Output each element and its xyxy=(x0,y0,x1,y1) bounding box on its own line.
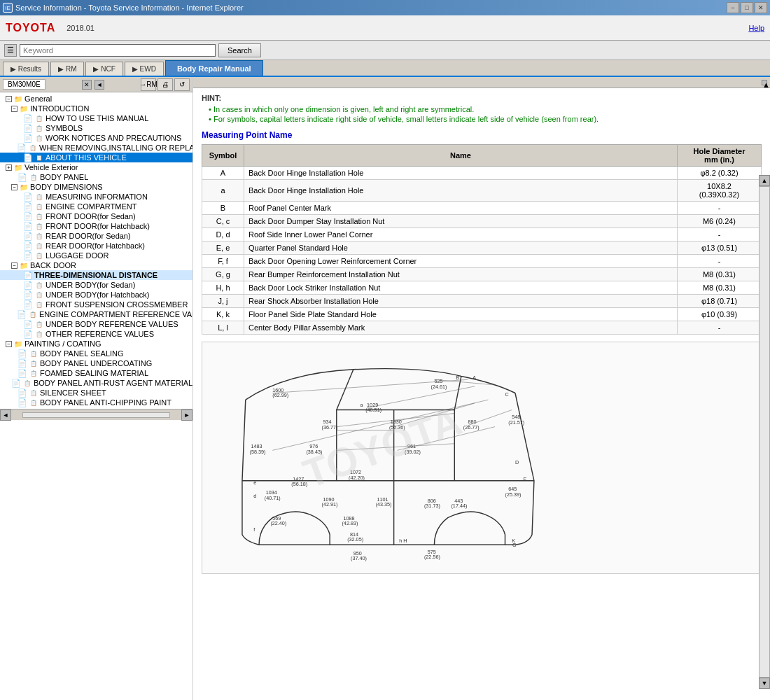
tree-label-how-to-use: HOW TO USE THIS MANUAL xyxy=(46,114,148,122)
app-version: 2018.01 xyxy=(66,24,94,32)
tree-item-luggage-door[interactable]: 📄 📋 LUGGAGE DOOR xyxy=(0,251,192,260)
expand-introduction[interactable]: − xyxy=(11,106,18,112)
tab-rm-label: ▶ RM xyxy=(58,65,76,73)
rm-nav-button[interactable]: →RM xyxy=(141,78,156,91)
tab-body-repair-label: Body Repair Manual xyxy=(177,64,251,73)
expand-body-dimensions[interactable]: − xyxy=(11,184,18,190)
scroll-up-button[interactable]: ▲ xyxy=(759,175,770,186)
tree-item-under-body-hatchback[interactable]: 📄 📋 UNDER BODY(for Hatchback) xyxy=(0,290,192,300)
scroll-left-button[interactable]: ◄ xyxy=(0,410,11,421)
tree-item-rear-door-sedan[interactable]: 📄 📋 REAR DOOR(for Sedan) xyxy=(0,231,192,241)
tree-item-about-vehicle[interactable]: 📄 📋 ABOUT THIS VEHICLE xyxy=(0,153,192,162)
tree-item-body-panel-undercoating[interactable]: 📄 📋 BODY PANEL UNDERCOATING xyxy=(0,358,192,368)
search-input[interactable] xyxy=(20,44,216,57)
point-a-label: A xyxy=(472,374,476,381)
tree-item-under-body-sedan[interactable]: 📄 📋 UNDER BODY(for Sedan) xyxy=(0,280,192,290)
tab-ncf[interactable]: ▶ NCF xyxy=(85,62,122,76)
expand-back-door[interactable]: − xyxy=(11,262,18,269)
tree-item-how-to-use[interactable]: 📄 📋 HOW TO USE THIS MANUAL xyxy=(0,113,192,123)
print-button[interactable]: 🖨 xyxy=(158,78,173,91)
tree-item-three-dimensional[interactable]: 📄 THREE-DIMENSIONAL DISTANCE xyxy=(0,270,192,280)
expand-painting[interactable]: − xyxy=(6,341,12,347)
tree-item-engine-compartment-ref[interactable]: 📄 📋 ENGINE COMPARTMENT REFERENCE VALUES xyxy=(0,309,192,319)
doc-icon-measuring-info: 📄 xyxy=(23,192,33,201)
cell-symbol: A xyxy=(202,167,244,180)
help-link[interactable]: Help xyxy=(748,24,764,32)
sidebar-tab[interactable]: BM30M0E xyxy=(3,79,46,90)
tree-label-painting: PAINTING / COATING xyxy=(24,340,102,348)
doc-icon2-under-body-ref: 📋 xyxy=(34,320,44,328)
tree-item-body-dimensions[interactable]: − 📁 BODY DIMENSIONS xyxy=(0,182,192,192)
tree-item-back-door[interactable]: − 📁 BACK DOOR xyxy=(0,260,192,270)
tree-item-front-suspension[interactable]: 📄 📋 FRONT SUSPENSION CROSSMEMBER xyxy=(0,300,192,309)
tab-body-repair[interactable]: Body Repair Manual xyxy=(165,60,263,76)
cell-hole: 10X8.2(0.39X0.32) xyxy=(678,180,762,202)
nav-back-button[interactable]: ◄ xyxy=(94,80,104,90)
tree-item-body-panel[interactable]: 📄 📋 BODY PANEL xyxy=(0,172,192,182)
tab-results[interactable]: ▶ Results xyxy=(3,62,49,76)
tree-item-rear-door-hatchback[interactable]: 📄 📋 REAR DOOR(for Hatchback) xyxy=(0,241,192,251)
tree-item-measuring-info[interactable]: 📄 📋 MEASURING INFORMATION xyxy=(0,192,192,202)
tab-ewd[interactable]: ▶ EWD xyxy=(125,62,164,76)
search-button[interactable]: Search xyxy=(218,43,261,57)
tree-item-foamed-sealing[interactable]: 📄 📋 FOAMED SEALING MATERIAL xyxy=(0,368,192,378)
scroll-track-vertical[interactable] xyxy=(759,186,770,678)
maximize-button[interactable]: □ xyxy=(741,2,753,13)
tree-item-work-notices[interactable]: 📄 📋 WORK NOTICES AND PRECAUTIONS xyxy=(0,133,192,143)
doc-icon2-under-body-sedan: 📋 xyxy=(34,281,44,289)
tree-item-under-body-ref[interactable]: 📄 📋 UNDER BODY REFERENCE VALUES xyxy=(0,319,192,329)
tab-rm[interactable]: ▶ RM xyxy=(50,62,84,76)
tree-label-engine-compartment-ref: ENGINE COMPARTMENT REFERENCE VALUES xyxy=(39,310,193,318)
folder-icon-vehicle-exterior: 📁 xyxy=(13,163,23,172)
doc-icon-how-to-use: 📄 xyxy=(23,114,33,122)
tree-item-anti-chipping[interactable]: 📄 📋 BODY PANEL ANTI-CHIPPING PAINT xyxy=(0,398,192,407)
cell-name: Back Door Hinge Installation Hole xyxy=(244,167,678,180)
meas-1034-in: (40.71) xyxy=(265,495,281,501)
refresh-button[interactable]: ↺ xyxy=(174,78,190,91)
tree-item-painting[interactable]: − 📁 PAINTING / COATING xyxy=(0,339,192,349)
cell-hole: φ18 (0.71) xyxy=(678,295,762,308)
tree-item-body-panel-sealing[interactable]: 📄 📋 BODY PANEL SEALING xyxy=(0,349,192,358)
tree-label-anti-rust: BODY PANEL ANTI-RUST AGENT MATERIAL xyxy=(34,379,192,387)
tree-item-when-removing[interactable]: 📄 📋 WHEN REMOVING,INSTALLING OR REPLACIN… xyxy=(0,143,192,153)
tree-item-engine-compartment[interactable]: 📄 📋 ENGINE COMPARTMENT xyxy=(0,202,192,211)
close-button[interactable]: ✕ xyxy=(755,2,767,13)
cell-symbol: a xyxy=(202,180,244,202)
tree-item-vehicle-exterior[interactable]: + 📁 Vehicle Exterior xyxy=(0,162,192,172)
tree-item-front-door-hatchback[interactable]: 📄 📋 FRONT DOOR(for Hatchback) xyxy=(0,221,192,231)
tree-item-general[interactable]: − 📁 General xyxy=(0,94,192,104)
minimize-button[interactable]: − xyxy=(727,2,739,13)
cell-hole: φ8.2 (0.32) xyxy=(678,167,762,180)
doc-icon2-other-ref: 📋 xyxy=(34,330,44,338)
expand-general[interactable]: − xyxy=(6,96,12,102)
app-bar: TOYOTA 2018.01 Help xyxy=(0,15,770,41)
sidebar-close-button[interactable]: ✕ xyxy=(82,80,92,90)
tree-label-introduction: INTRODUCTION xyxy=(30,104,89,113)
tree-label-symbols: SYMBOLS xyxy=(46,124,83,132)
tree-item-front-door-sedan[interactable]: 📄 📋 FRONT DOOR(for Sedan) xyxy=(0,211,192,221)
scroll-down-button[interactable]: ▼ xyxy=(759,678,770,689)
tree-item-introduction[interactable]: − 📁 INTRODUCTION xyxy=(0,104,192,113)
tree-item-silencer-sheet[interactable]: 📄 📋 SILENCER SHEET xyxy=(0,388,192,398)
cell-name: Back Door Lock Striker Installation Nut xyxy=(244,281,678,295)
doc-icon-anti-rust: 📄 xyxy=(11,379,21,387)
table-row: E, e Quarter Panel Standard Hole φ13 (0.… xyxy=(202,241,762,255)
vertical-scrollbar[interactable]: ▲ ▼ xyxy=(759,175,770,689)
folder-icon-back-door: 📁 xyxy=(19,261,29,270)
scroll-right-button[interactable]: ► xyxy=(181,410,192,421)
scroll-up-indicator[interactable]: ▲ xyxy=(762,80,767,85)
tree-item-other-ref[interactable]: 📄 📋 OTHER REFERENCE VALUES xyxy=(0,329,192,339)
svg-line-6 xyxy=(367,386,475,408)
expand-vehicle-exterior[interactable]: + xyxy=(6,164,12,171)
cell-name: Floor Panel Side Plate Standard Hole xyxy=(244,308,678,321)
nav-tabs: ▶ Results ▶ RM ▶ NCF ▶ EWD Body Repair M… xyxy=(0,60,770,77)
tree-item-symbols[interactable]: 📄 📋 SYMBOLS xyxy=(0,123,192,133)
cell-symbol: D, d xyxy=(202,228,244,241)
hint-item-2: For symbols, capital letters indicate ri… xyxy=(202,115,762,123)
doc-icon2-how-to-use: 📋 xyxy=(34,114,44,122)
horizontal-scrollbar[interactable]: ◄ ► xyxy=(0,409,192,420)
scroll-track[interactable] xyxy=(22,412,170,418)
cell-name: Center Body Pillar Assembly Mark xyxy=(244,321,678,335)
tree-label-other-ref: OTHER REFERENCE VALUES xyxy=(46,330,154,338)
tree-item-anti-rust[interactable]: 📄 📋 BODY PANEL ANTI-RUST AGENT MATERIAL xyxy=(0,378,192,388)
